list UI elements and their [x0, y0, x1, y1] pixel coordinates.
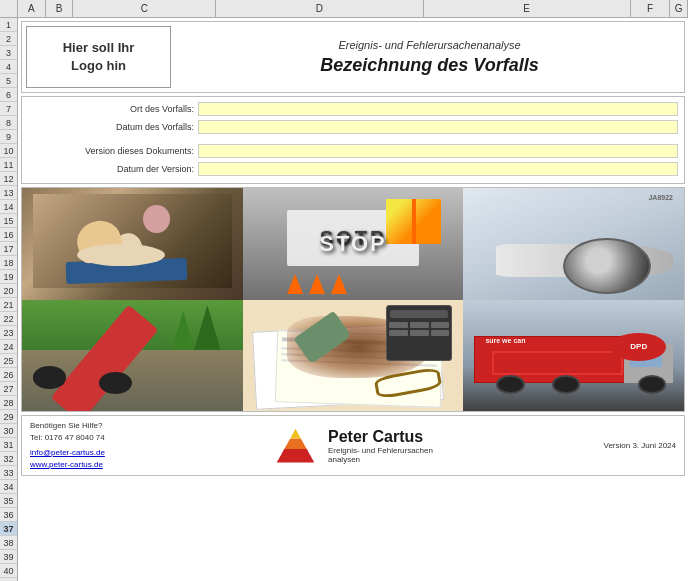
row-23: 23: [0, 326, 17, 340]
row-22: 22: [0, 312, 17, 326]
logo-box: Hier soll Ihr Logo hin: [26, 26, 171, 88]
row-15: 15: [0, 214, 17, 228]
email-link[interactable]: info@peter-cartus.de: [30, 448, 105, 457]
form-row-datum: Datum des Vorfalls:: [28, 119, 678, 135]
image-plane: JA8922: [463, 188, 684, 300]
row-20: 20: [0, 284, 17, 298]
document-header: Hier soll Ihr Logo hin Ereignis- und Feh…: [21, 21, 685, 93]
col-header-c: C: [73, 0, 216, 17]
images-grid: SOTP: [21, 187, 685, 412]
row-19: 19: [0, 270, 17, 284]
subtitle: Ereignis- und Fehlerursachenanalyse: [338, 39, 520, 51]
brand-name: Peter Cartus: [328, 428, 433, 446]
row-2: 2: [0, 32, 17, 46]
row-1: 1: [0, 18, 17, 32]
image-car-accident: [22, 300, 243, 412]
column-headers: A B C D E F G: [0, 0, 688, 18]
svg-marker-2: [290, 429, 301, 439]
row-7: 7: [0, 102, 17, 116]
col-header-a: A: [18, 0, 46, 17]
row-33: 33: [0, 466, 17, 480]
row-40: 40: [0, 564, 17, 578]
grid-area: 1 2 3 4 5 6 7 8 9 10 11 12 13 14 15 16 1…: [0, 18, 688, 581]
corner-cell: [0, 0, 18, 17]
row-6: 6: [0, 88, 17, 102]
row-31: 31: [0, 438, 17, 452]
pyramid-logo-icon: [273, 423, 318, 468]
input-datum-version[interactable]: [198, 162, 678, 176]
row-17: 17: [0, 242, 17, 256]
version-text: Version 3. Juni 2024: [604, 441, 677, 450]
row-24: 24: [0, 340, 17, 354]
row-21: 21: [0, 298, 17, 312]
col-header-d: D: [216, 0, 423, 17]
footer-contact: Benötigen Sie Hilfe? Tel: 0176 47 8040 7…: [30, 420, 150, 471]
label-version: Version dieses Dokuments:: [28, 146, 198, 156]
row-29: 29: [0, 410, 17, 424]
form-row-datum-version: Datum der Version:: [28, 161, 678, 177]
input-ort[interactable]: [198, 102, 678, 116]
footer-brand: Peter Cartus Ereignis- und Fehlerursache…: [150, 423, 556, 468]
row-5: 5: [0, 74, 17, 88]
image-accident: [22, 188, 243, 300]
form-section: Ort des Vorfalls: Datum des Vorfalls: Ve…: [21, 96, 685, 184]
input-version[interactable]: [198, 144, 678, 158]
row-8: 8: [0, 116, 17, 130]
brand-sub1: Ereignis- und Fehlerursachen: [328, 446, 433, 455]
brand-sub2: analysen: [328, 455, 433, 464]
col-header-f: F: [631, 0, 670, 17]
row-39: 39: [0, 550, 17, 564]
logo-text: Hier soll Ihr Logo hin: [63, 39, 135, 75]
row-27: 27: [0, 382, 17, 396]
image-stop: SOTP: [243, 188, 464, 300]
sheet-content: Hier soll Ihr Logo hin Ereignis- und Feh…: [18, 18, 688, 581]
main-title: Bezeichnung des Vorfalls: [320, 55, 538, 76]
row-30: 30: [0, 424, 17, 438]
col-header-e: E: [424, 0, 631, 17]
svg-marker-1: [284, 438, 307, 449]
input-datum[interactable]: [198, 120, 678, 134]
phone-text: Tel: 0176 47 8040 74: [30, 432, 150, 444]
spreadsheet: A B C D E F G 1 2 3 4 5 6 7 8 9 10 11 12…: [0, 0, 688, 581]
image-truck: DPD sure we can: [463, 300, 684, 412]
col-header-g: G: [670, 0, 688, 17]
form-row-version: Version dieses Dokuments:: [28, 143, 678, 159]
label-datum-version: Datum der Version:: [28, 164, 198, 174]
col-header-b: B: [46, 0, 74, 17]
form-row-ort: Ort des Vorfalls:: [28, 101, 678, 117]
row-25: 25: [0, 354, 17, 368]
row-14: 14: [0, 200, 17, 214]
row-36: 36: [0, 508, 17, 522]
row-4: 4: [0, 60, 17, 74]
row-38: 38: [0, 536, 17, 550]
title-area: Ereignis- und Fehlerursachenanalyse Beze…: [175, 22, 684, 92]
label-datum: Datum des Vorfalls:: [28, 122, 198, 132]
row-12: 12: [0, 172, 17, 186]
row-28: 28: [0, 396, 17, 410]
document-footer: Benötigen Sie Hilfe? Tel: 0176 47 8040 7…: [21, 415, 685, 476]
row-32: 32: [0, 452, 17, 466]
row-numbers: 1 2 3 4 5 6 7 8 9 10 11 12 13 14 15 16 1…: [0, 18, 18, 581]
row-10: 10: [0, 144, 17, 158]
footer-version: Version 3. Juni 2024: [556, 441, 676, 450]
svg-marker-0: [277, 449, 315, 463]
website-link[interactable]: www.peter-cartus.de: [30, 460, 103, 469]
help-text: Benötigen Sie Hilfe?: [30, 420, 150, 432]
row-11: 11: [0, 158, 17, 172]
row-34: 34: [0, 480, 17, 494]
row-9: 9: [0, 130, 17, 144]
footer-brand-text: Peter Cartus Ereignis- und Fehlerursache…: [328, 428, 433, 464]
row-13: 13: [0, 186, 17, 200]
row-18: 18: [0, 256, 17, 270]
label-ort: Ort des Vorfalls:: [28, 104, 198, 114]
row-37: 37: [0, 522, 17, 536]
row-35: 35: [0, 494, 17, 508]
image-coffee: [243, 300, 464, 412]
row-26: 26: [0, 368, 17, 382]
row-3: 3: [0, 46, 17, 60]
row-16: 16: [0, 228, 17, 242]
